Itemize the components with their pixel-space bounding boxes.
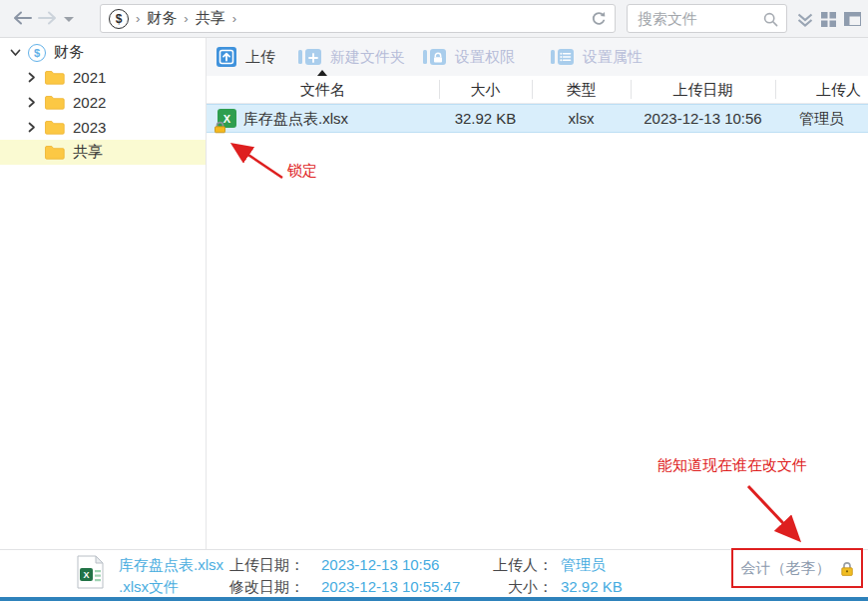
breadcrumb: $ › 财务 › 共享 ›	[100, 4, 616, 33]
upload-button[interactable]: 上传	[217, 38, 275, 76]
editor-lock-icon	[840, 560, 854, 577]
grid-view-icon	[821, 12, 836, 27]
annotation-highlight-box: 会计（老李）	[731, 548, 863, 588]
header-uploader[interactable]: 上传人	[775, 76, 861, 103]
refresh-button[interactable]	[591, 11, 607, 27]
set-properties-button[interactable]: 设置属性	[551, 38, 643, 76]
size-label: 大小：	[461, 578, 553, 596]
cell-size: 32.92 KB	[439, 105, 532, 132]
top-navigation-bar: $ › 财务 › 共享 ›	[0, 0, 868, 38]
breadcrumb-item-finance[interactable]: 财务	[147, 9, 177, 28]
file-manager-window: $ › 财务 › 共享 ›	[0, 0, 868, 601]
new-folder-label: 新建文件夹	[330, 48, 405, 67]
search-icon	[763, 12, 778, 31]
uploader-value: 管理员	[561, 556, 606, 574]
annotation-lock-label: 锁定	[287, 162, 317, 181]
header-type[interactable]: 类型	[532, 76, 631, 103]
window-bottom-strip	[0, 597, 868, 601]
column-divider	[631, 80, 632, 99]
excel-file-icon: X	[217, 109, 236, 128]
upload-date-value: 2023-12-13 10:56	[321, 556, 439, 574]
layout-view-button[interactable]	[844, 12, 861, 30]
column-divider	[775, 80, 776, 99]
tree-item-label: 财务	[54, 43, 84, 62]
annotation-arrow-lock	[233, 145, 282, 178]
current-editor-label: 会计（老李）	[741, 559, 831, 578]
breadcrumb-item-shared[interactable]: 共享	[196, 9, 225, 28]
grid-view-button[interactable]	[821, 12, 836, 31]
excel-document-icon: X	[77, 555, 104, 593]
tree-item-label: 共享	[73, 143, 103, 162]
upload-icon	[217, 47, 236, 67]
finance-icon: $	[28, 44, 46, 62]
forward-button[interactable]	[38, 11, 58, 29]
file-row-selected[interactable]: X 库存盘点表.xlsx 32.92 KB xlsx 2023-12-13 10…	[207, 104, 868, 133]
chevron-expanded-icon[interactable]	[10, 49, 21, 57]
tree-item-2023[interactable]: 2023	[0, 115, 206, 140]
file-actions-toolbar: 上传 新建文件夹 设置权限 设置属性	[207, 38, 868, 76]
upload-date-label: 上传日期：	[229, 556, 304, 574]
file-list-header: 文件名 大小 类型 上传日期 上传人	[207, 76, 868, 104]
uploader-label: 上传人：	[461, 556, 553, 574]
set-properties-label: 设置属性	[583, 48, 643, 67]
cell-uploader: 管理员	[775, 105, 868, 132]
double-chevron-down-icon	[796, 13, 814, 27]
header-upload-date[interactable]: 上传日期	[631, 76, 775, 103]
back-arrow-icon	[12, 11, 32, 25]
chevron-collapsed-icon[interactable]	[28, 97, 36, 108]
finance-root-icon[interactable]: $	[109, 9, 129, 29]
tree-item-2021[interactable]: 2021	[0, 65, 206, 90]
statusbar-file-name: 库存盘点表.xlsx	[119, 556, 223, 574]
new-folder-icon	[298, 47, 321, 67]
column-divider	[439, 80, 440, 99]
properties-list-icon	[551, 47, 574, 67]
history-dropdown-caret-icon[interactable]	[64, 17, 74, 22]
tree-item-label: 2022	[73, 94, 106, 111]
tree-item-shared[interactable]: 共享	[0, 140, 206, 165]
column-divider	[532, 80, 533, 99]
upload-label: 上传	[245, 48, 275, 67]
tree-item-finance[interactable]: $ 财务	[0, 40, 206, 65]
breadcrumb-separator: ›	[184, 11, 188, 26]
folder-icon	[45, 145, 65, 160]
file-lock-badge-icon	[214, 120, 226, 137]
search-input[interactable]	[628, 5, 767, 32]
svg-text:X: X	[83, 570, 89, 580]
cell-filename: 库存盘点表.xlsx	[243, 105, 348, 132]
breadcrumb-separator: ›	[136, 11, 140, 26]
forward-arrow-icon	[38, 11, 58, 25]
modify-date-label: 修改日期：	[229, 578, 304, 596]
chevron-collapsed-icon[interactable]	[28, 122, 36, 133]
size-value: 32.92 KB	[561, 578, 623, 596]
tree-item-2022[interactable]: 2022	[0, 90, 206, 115]
set-permissions-label: 设置权限	[455, 48, 515, 67]
cell-type: xlsx	[532, 105, 631, 132]
annotation-arrow-editor	[748, 486, 798, 539]
breadcrumb-separator: ›	[232, 11, 236, 26]
tree-item-label: 2023	[73, 119, 106, 136]
layout-panel-icon	[844, 12, 861, 26]
annotation-editing-label: 能知道现在谁在改文件	[657, 456, 807, 475]
header-size[interactable]: 大小	[439, 76, 532, 103]
new-folder-button[interactable]: 新建文件夹	[298, 38, 405, 76]
folder-icon	[45, 70, 65, 85]
folder-icon	[45, 95, 65, 110]
tree-item-label: 2021	[73, 69, 106, 86]
collapse-panel-button[interactable]	[796, 13, 814, 31]
modify-date-value: 2023-12-13 10:55:47	[321, 578, 460, 596]
statusbar-file-kind: .xlsx文件	[119, 578, 179, 596]
search-box	[627, 4, 787, 33]
refresh-icon	[591, 11, 607, 27]
permissions-lock-icon	[423, 47, 446, 67]
folder-tree-sidebar: $ 财务 2021 2022	[0, 38, 207, 549]
header-filename[interactable]: 文件名	[207, 76, 439, 103]
folder-icon	[45, 120, 65, 135]
chevron-collapsed-icon[interactable]	[28, 72, 36, 83]
back-button[interactable]	[12, 11, 32, 29]
cell-upload-date: 2023-12-13 10:56	[631, 105, 775, 132]
set-permissions-button[interactable]: 设置权限	[423, 38, 515, 76]
